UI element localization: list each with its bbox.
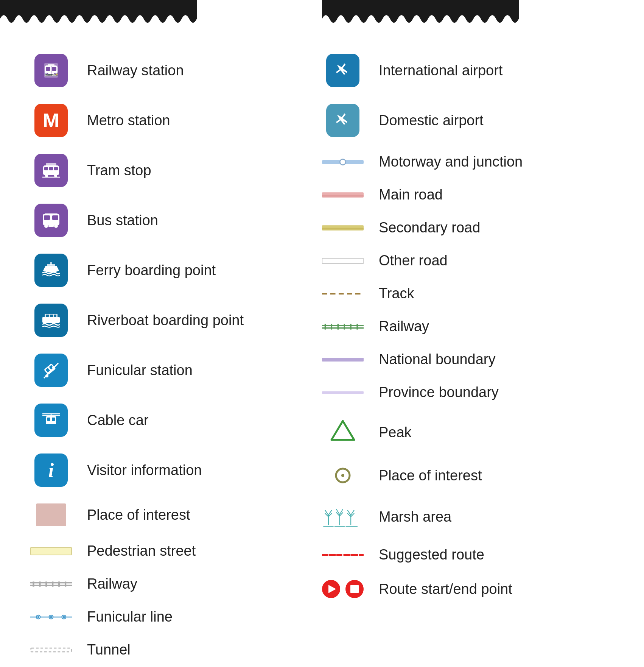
funicular-station-label: Funicular station xyxy=(87,362,193,379)
svg-rect-16 xyxy=(46,163,56,166)
list-item: i Visitor information xyxy=(30,445,322,495)
ferry-boarding-label: Ferry boarding point xyxy=(87,262,216,279)
svg-rect-89 xyxy=(322,391,364,394)
list-item: Riverboat boarding point xyxy=(30,295,322,345)
svg-point-21 xyxy=(44,224,48,228)
svg-rect-75 xyxy=(322,225,364,231)
svg-point-58 xyxy=(50,616,52,618)
list-item: Main road xyxy=(322,178,614,211)
list-item: Railway xyxy=(322,310,614,343)
list-item: Domestic airport xyxy=(322,95,614,145)
legend-content: 🚉 Railway station xyxy=(0,30,644,667)
place-of-interest-circle-icon xyxy=(322,464,364,487)
svg-rect-20 xyxy=(52,215,58,220)
other-road-label: Other road xyxy=(379,252,448,269)
svg-rect-30 xyxy=(50,315,53,317)
svg-rect-12 xyxy=(49,167,53,170)
visitor-info-label: Visitor information xyxy=(87,462,202,478)
railway-station-label: Railway station xyxy=(87,62,184,79)
svg-rect-41 xyxy=(47,418,50,421)
riverboat-boarding-label: Riverboat boarding point xyxy=(87,312,244,329)
intl-airport-label: International airport xyxy=(379,62,502,79)
funicular-line-label: Funicular line xyxy=(87,609,173,625)
riverboat-boarding-icon xyxy=(30,304,72,337)
suggested-route-label: Suggested route xyxy=(379,547,484,563)
track-icon xyxy=(322,290,364,298)
list-item: Railway xyxy=(30,567,322,600)
svg-rect-60 xyxy=(31,648,72,651)
list-item: Track xyxy=(322,277,614,310)
place-of-interest-circle-label: Place of interest xyxy=(379,468,482,484)
list-item: Tunnel xyxy=(30,633,322,666)
right-banner-shape xyxy=(322,0,519,30)
cable-car-label: Cable car xyxy=(87,412,149,429)
main-road-label: Main road xyxy=(379,187,443,203)
railway-green-icon xyxy=(322,322,364,332)
list-item: Other road xyxy=(322,244,614,277)
right-column: International airport Domestic airport xyxy=(322,45,614,667)
svg-rect-88 xyxy=(322,357,364,361)
marsh-area-label: Marsh area xyxy=(379,509,451,525)
svg-point-59 xyxy=(63,616,65,618)
railway-green-label: Railway xyxy=(379,318,429,335)
list-item: Secondary road xyxy=(322,211,614,244)
suggested-route-icon xyxy=(322,551,364,559)
svg-rect-116 xyxy=(350,585,359,593)
list-item: Funicular line xyxy=(30,600,322,633)
tram-stop-icon xyxy=(30,154,72,187)
marsh-area-icon xyxy=(322,503,364,530)
svg-marker-90 xyxy=(331,421,354,440)
place-of-interest-box-icon xyxy=(30,503,72,526)
list-item: Marsh area xyxy=(322,495,614,538)
tunnel-label: Tunnel xyxy=(87,642,131,658)
railway-line-label: Railway xyxy=(87,576,137,592)
svg-rect-76 xyxy=(322,226,364,227)
list-item: 🚉 Railway station xyxy=(30,45,322,95)
svg-line-101 xyxy=(340,510,343,515)
banner-right xyxy=(322,0,644,30)
svg-rect-73 xyxy=(322,193,364,194)
svg-rect-74 xyxy=(322,195,364,196)
place-of-interest-box-label: Place of interest xyxy=(87,507,190,523)
svg-point-37 xyxy=(52,366,55,369)
main-road-icon xyxy=(322,190,364,200)
svg-rect-3 xyxy=(46,67,50,71)
svg-rect-4 xyxy=(52,67,56,71)
metro-station-label: Metro station xyxy=(87,112,170,129)
intl-airport-icon xyxy=(322,54,364,87)
svg-rect-77 xyxy=(322,228,364,229)
list-item: Place of interest xyxy=(322,456,614,495)
svg-point-57 xyxy=(37,616,39,618)
left-column: 🚉 Railway station xyxy=(30,45,322,667)
svg-rect-24 xyxy=(45,213,58,215)
motorway-label: Motorway and junction xyxy=(379,154,523,170)
dom-airport-label: Domestic airport xyxy=(379,112,484,129)
svg-rect-31 xyxy=(54,315,56,317)
bus-station-icon xyxy=(30,204,72,237)
national-boundary-label: National boundary xyxy=(379,351,495,368)
svg-rect-29 xyxy=(46,315,49,317)
pedestrian-street-icon xyxy=(30,547,72,555)
railway-line-icon xyxy=(30,580,72,589)
pedestrian-street-label: Pedestrian street xyxy=(87,543,196,559)
ferry-boarding-icon xyxy=(30,254,72,287)
track-label: Track xyxy=(379,285,414,302)
banner-left xyxy=(0,0,322,30)
list-item: M Metro station xyxy=(30,95,322,145)
route-start-end-icon xyxy=(322,580,364,598)
peak-icon xyxy=(322,417,364,447)
svg-rect-33 xyxy=(44,363,56,375)
list-item: Province boundary xyxy=(322,376,614,409)
list-item: Route start/end point xyxy=(322,571,614,607)
list-item: Place of interest xyxy=(30,495,322,535)
svg-line-99 xyxy=(336,510,339,515)
secondary-road-label: Secondary road xyxy=(379,220,480,236)
visitor-info-icon: i xyxy=(30,453,72,487)
list-item: Motorway and junction xyxy=(322,145,614,178)
metro-station-icon: M xyxy=(30,104,72,137)
svg-rect-11 xyxy=(44,167,48,170)
province-boundary-label: Province boundary xyxy=(379,384,499,401)
cable-car-icon xyxy=(30,404,72,437)
list-item: Peak xyxy=(322,409,614,456)
list-item: Bus station xyxy=(30,195,322,245)
